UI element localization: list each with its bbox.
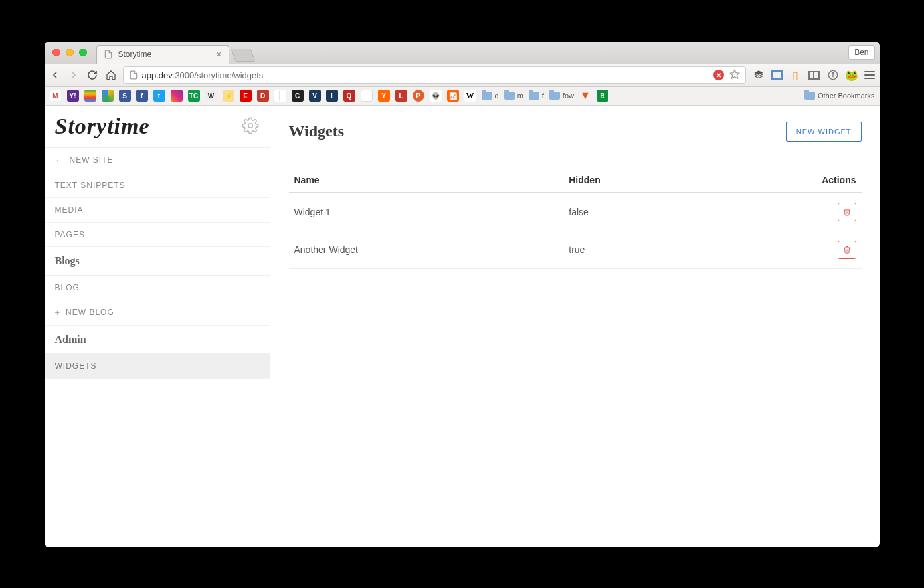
bookmark-b-icon[interactable]: B	[597, 90, 608, 102]
nav-controls	[50, 70, 116, 80]
minimize-window-button[interactable]	[66, 49, 74, 56]
extension-icons: ▯ 🐸	[753, 69, 858, 81]
bookmark-analytics-icon[interactable]: 📈	[447, 90, 459, 102]
delete-button[interactable]	[838, 203, 856, 221]
url-path: /storytime/widgets	[194, 70, 263, 80]
main-header: Widgets NEW WIDGET	[289, 122, 862, 142]
browser-menu-button[interactable]	[864, 71, 875, 79]
svg-point-10	[248, 123, 252, 128]
widgets-table: Name Hidden Actions Widget 1 false	[289, 168, 862, 269]
window-ext-icon[interactable]	[771, 69, 783, 81]
arrow-left-icon: ←	[55, 155, 64, 165]
sidebar-section-admin: Admin	[45, 326, 270, 354]
address-bar[interactable]: app.dev:3000/storytime/widgets ✕	[123, 66, 746, 84]
bookmark-v-icon[interactable]: V	[309, 90, 321, 102]
bookmark-ycombinator-icon[interactable]: Y	[378, 90, 390, 102]
url-text: app.dev:3000/storytime/widgets	[142, 70, 264, 80]
sidebar-section-blogs: Blogs	[45, 247, 270, 276]
profile-badge[interactable]: Ben	[848, 45, 874, 60]
bookmark-blank-icon[interactable]	[361, 90, 373, 102]
sidebar-item-new-blog[interactable]: + NEW BLOG	[45, 300, 270, 326]
bookmark-lightning-icon[interactable]: ⚡	[223, 90, 234, 102]
bookmark-maps-icon[interactable]	[84, 90, 96, 102]
bookmark-twitter-icon[interactable]: t	[153, 90, 165, 102]
col-name: Name	[289, 168, 564, 193]
cell-name[interactable]: Widget 1	[289, 193, 564, 231]
cell-hidden: false	[563, 193, 792, 231]
bookmark-folder-m[interactable]: m	[504, 92, 523, 100]
trash-icon	[843, 246, 851, 254]
page-icon	[129, 70, 138, 80]
bookmark-gmail-icon[interactable]: M	[50, 90, 62, 102]
reload-button[interactable]	[87, 70, 98, 80]
forward-button[interactable]	[68, 70, 79, 80]
delete-button[interactable]	[838, 241, 856, 259]
bookmark-espn-icon[interactable]: E	[240, 90, 252, 102]
nav-list: ← NEW SITE TEXT SNIPPETS MEDIA PAGES Blo…	[45, 148, 270, 379]
table-header-row: Name Hidden Actions	[289, 168, 862, 193]
bookmark-folder-d[interactable]: d	[482, 92, 499, 100]
bookmark-divider-icon: │	[274, 90, 286, 102]
bookmark-d-icon[interactable]: D	[257, 90, 269, 102]
bookmark-techcrunch-icon[interactable]: TC	[188, 90, 200, 102]
bookmark-s-icon[interactable]: S	[119, 90, 131, 102]
buffer-icon[interactable]	[753, 69, 765, 81]
page-icon	[104, 50, 113, 59]
bookmark-folder-f[interactable]: f	[529, 92, 544, 100]
sidebar-item-pages[interactable]: PAGES	[45, 223, 270, 247]
bookmark-down-icon[interactable]: ▼	[579, 90, 591, 102]
info-ext-icon[interactable]	[827, 69, 839, 81]
url-host: app.dev	[142, 70, 173, 80]
svg-marker-0	[730, 70, 739, 78]
svg-rect-4	[772, 71, 782, 79]
bookmark-facebook-icon[interactable]: f	[136, 90, 148, 102]
sidebar-item-text-snippets[interactable]: TEXT SNIPPETS	[45, 173, 270, 198]
brand-row: Storytime	[45, 106, 270, 148]
sidebar-item-blog[interactable]: BLOG	[45, 276, 270, 300]
panel-ext-icon[interactable]	[808, 69, 820, 81]
cell-name[interactable]: Another Widget	[289, 231, 564, 268]
bookmark-folder-fow[interactable]: fow	[549, 92, 574, 100]
new-widget-button[interactable]: NEW WIDGET	[786, 122, 862, 142]
close-window-button[interactable]	[52, 49, 60, 56]
bookmark-instagram-icon[interactable]	[171, 90, 183, 102]
sidebar-item-media[interactable]: MEDIA	[45, 198, 270, 223]
sidebar: Storytime ← NEW SITE TEXT SNIPPETS MEDIA…	[45, 106, 270, 547]
owl-ext-icon[interactable]: 🐸	[846, 69, 858, 81]
settings-gear-icon[interactable]	[242, 117, 259, 136]
bookmark-producthunt-icon[interactable]: P	[413, 90, 424, 102]
main: Widgets NEW WIDGET Name Hidden Actions W…	[270, 106, 880, 547]
new-tab-button[interactable]	[231, 49, 255, 62]
bookmark-drive-icon[interactable]	[102, 90, 114, 102]
bookmark-reddit-icon[interactable]: 👽	[430, 90, 442, 102]
bookmark-wikipedia-icon[interactable]: W	[464, 90, 476, 102]
table-row: Another Widget true	[289, 231, 862, 268]
bookmark-l-icon[interactable]: L	[395, 90, 407, 102]
bookmarks-bar: M Y! S f t TC W ⚡ E D │ C V I Q Y L P 👽 …	[45, 87, 880, 106]
window-controls	[52, 49, 87, 56]
svg-point-9	[832, 72, 833, 73]
svg-marker-1	[754, 70, 763, 75]
bookmark-i-icon[interactable]: I	[326, 90, 338, 102]
star-icon[interactable]	[729, 69, 740, 82]
home-button[interactable]	[106, 70, 116, 80]
bookmark-yahoo-icon[interactable]: Y!	[67, 90, 79, 102]
browser-window: Storytime × Ben app.dev:3000/storytime/w…	[45, 42, 880, 547]
brand-logo[interactable]: Storytime	[55, 114, 150, 139]
fullscreen-window-button[interactable]	[79, 49, 87, 56]
back-button[interactable]	[50, 70, 60, 80]
toolbar: app.dev:3000/storytime/widgets ✕ ▯ 🐸	[45, 64, 880, 87]
plus-icon: +	[55, 308, 61, 318]
other-bookmarks[interactable]: Other Bookmarks	[804, 92, 875, 100]
browser-tab[interactable]: Storytime ×	[96, 45, 229, 64]
bookmark-quora-icon[interactable]: Q	[343, 90, 355, 102]
col-hidden: Hidden	[563, 168, 792, 193]
close-tab-button[interactable]: ×	[216, 49, 221, 60]
titlebar: Storytime × Ben	[45, 42, 880, 64]
bookmark-c-icon[interactable]: C	[292, 90, 304, 102]
sidebar-item-new-site[interactable]: ← NEW SITE	[45, 148, 270, 173]
highlighter-ext-icon[interactable]: ▯	[790, 69, 802, 81]
stop-icon[interactable]: ✕	[713, 70, 724, 80]
sidebar-item-widgets[interactable]: WIDGETS	[45, 354, 270, 379]
bookmark-w-icon[interactable]: W	[205, 90, 217, 102]
